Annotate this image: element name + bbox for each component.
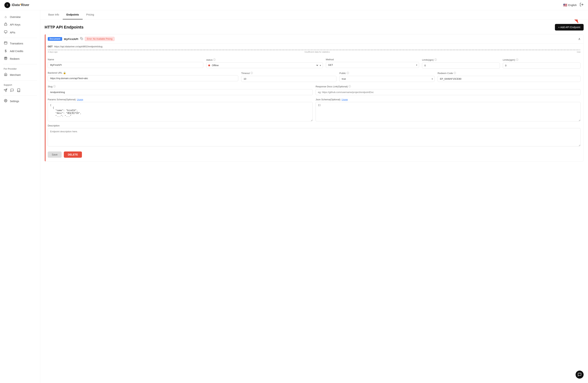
input-timeout[interactable] [241, 76, 336, 82]
field-params-schema: Params Schema(Optional) Usage [ { "name"… [48, 98, 313, 121]
public-info-icon: ⓘ [347, 71, 349, 75]
public-select[interactable]: true false [339, 76, 435, 82]
field-json-schema: Json Schema(Optional) Usage [] [315, 98, 581, 121]
chat-button[interactable] [576, 371, 584, 379]
form-row-3: Slug ⓘ Response Docs Link(Optional) ⓘ [48, 85, 581, 95]
endpoint-form: Name status ⓘ Offline [45, 55, 583, 161]
sidebar-item-apis[interactable]: APIs [0, 28, 40, 36]
support-docs-icon[interactable] [17, 88, 21, 93]
label-timeout: Timeout ⓘ [241, 71, 336, 75]
form-row-4: Params Schema(Optional) Usage [ { "name"… [48, 98, 581, 121]
sidebar-item-api-keys[interactable]: API Keys [0, 21, 40, 28]
field-status: status ⓘ Offline Online ▾ [206, 58, 323, 68]
status-select[interactable]: Offline Online [211, 64, 319, 67]
timeout-info-icon: ⓘ [251, 71, 253, 75]
input-response-docs[interactable] [315, 89, 581, 95]
input-backend-url[interactable] [48, 75, 238, 81]
timeline-row: 3 days ago Insufficient data for statist… [45, 49, 583, 55]
support-chat-icon[interactable] [10, 88, 14, 93]
form-actions: Save DELETE [48, 149, 581, 158]
sidebar-item-transactions-label: Transations [10, 42, 23, 45]
sidebar-item-add-credits-label: Add Credits [10, 50, 23, 53]
sidebar-item-overview[interactable]: ⌂ Overview [0, 13, 40, 21]
endpoint-name: MyFirstAPI [64, 38, 78, 40]
settings-icon [4, 99, 8, 103]
svg-point-12 [5, 100, 6, 101]
input-limits-qpm[interactable] [503, 62, 581, 68]
sidebar-item-overview-label: Overview [10, 16, 21, 19]
endpoint-url: https://api.idatariver.cn/api/d902/endpo… [54, 45, 103, 48]
field-name: Name [48, 58, 203, 68]
field-timeout: Timeout ⓘ [241, 71, 336, 82]
save-button[interactable]: Save [48, 151, 62, 158]
support-label: Support [0, 82, 40, 87]
label-redeem-code: Redeem Code ⓘ [438, 71, 581, 75]
content-header: HTTP API Endpoints [45, 24, 584, 31]
logout-button[interactable] [580, 2, 584, 7]
transactions-icon [4, 41, 8, 45]
collapse-button[interactable]: ∧ [578, 37, 581, 41]
status-dot [208, 64, 210, 66]
timeline-labels: 3 days ago Insufficient data for statist… [48, 51, 581, 53]
sidebar-divider-4 [3, 96, 37, 96]
field-limits-qps: Limits(qps) ⓘ [422, 58, 500, 68]
sidebar-item-settings[interactable]: Settings [0, 97, 40, 105]
sidebar-item-add-credits[interactable]: $ Add Credits [0, 47, 40, 55]
params-usage-link[interactable]: Usage [77, 98, 83, 101]
backend-url-lock-icon: 🔒 [63, 71, 66, 74]
sidebar-item-merchant[interactable]: Merchant [0, 71, 40, 79]
language-selector[interactable]: 🇺🇸 English [563, 3, 577, 7]
flag-icon: 🇺🇸 [563, 3, 567, 7]
copy-icon[interactable] [80, 37, 83, 41]
input-name[interactable] [48, 62, 203, 68]
textarea-json-schema[interactable]: [] [315, 102, 581, 121]
timeline-start: 3 days ago [48, 51, 58, 53]
label-method: Method [326, 58, 419, 61]
status-select-wrapper: Offline Online ▾ [206, 62, 323, 68]
tab-base-info[interactable]: Base Info [45, 10, 63, 19]
response-docs-info-icon: ⓘ [349, 85, 351, 88]
field-redeem-code: Redeem Code ⓘ [438, 71, 581, 82]
field-slug: Slug ⓘ [48, 85, 313, 95]
form-row-2: Backend URL 🔒 Timeout ⓘ [48, 71, 581, 82]
add-api-endpoint-button[interactable]: + Add API Endpoint [555, 24, 584, 31]
input-slug[interactable] [48, 89, 313, 95]
tabs-bar: Base Info Endpoints Pricing [40, 10, 588, 20]
slug-info-icon: ⓘ [53, 85, 56, 88]
support-telegram-icon[interactable] [4, 88, 7, 93]
tab-pricing[interactable]: Pricing [83, 10, 98, 19]
input-limits-qps[interactable] [422, 62, 500, 68]
sidebar-item-transactions[interactable]: Transations [0, 40, 40, 47]
lock-icon [4, 22, 8, 27]
textarea-params-schema[interactable]: [ { "name": "bindId", "desc": "绑定用户ID", … [48, 102, 313, 121]
sidebar-item-settings-label: Settings [10, 100, 19, 103]
field-limits-qpm: Limits(qpm) ⓘ [503, 58, 581, 68]
add-btn-container: + Add API Endpoint [555, 24, 584, 31]
field-response-docs: Response Docs Link(Optional) ⓘ [315, 85, 581, 95]
sidebar-item-redeem-label: Redeem [10, 57, 20, 60]
content-header-wrapper: HTTP API Endpoints [45, 24, 584, 31]
json-usage-link[interactable]: Usage [341, 98, 348, 101]
svg-rect-2 [4, 31, 7, 33]
tab-endpoints[interactable]: Endpoints [63, 10, 83, 19]
input-redeem-code[interactable] [438, 76, 581, 82]
url-method: GET [48, 45, 53, 48]
timeline-middle: Insufficient data for statistics [305, 51, 330, 53]
logo-text: iData*River [12, 3, 29, 7]
sidebar-divider-1 [3, 38, 37, 38]
endpoint-card: Document MyFirstAPI Error: No Available … [45, 34, 584, 161]
textarea-description[interactable] [48, 128, 581, 146]
field-public: Public ⓘ true false [339, 71, 435, 82]
page-title: HTTP API Endpoints [45, 25, 84, 30]
delete-button[interactable]: DELETE [64, 151, 82, 158]
method-select-wrapper: GET POST PUT DELETE PATCH [326, 62, 419, 68]
home-icon: ⌂ [4, 15, 8, 19]
endpoint-header: Document MyFirstAPI Error: No Available … [45, 34, 583, 44]
content-area: HTTP API Endpoints [40, 20, 588, 383]
endpoint-card-border [45, 34, 45, 161]
timeline-bar [48, 49, 581, 50]
sidebar: ⌂ Overview API Keys APIs Transations $ A… [0, 10, 40, 383]
method-select[interactable]: GET POST PUT DELETE PATCH [326, 62, 419, 68]
sidebar-item-redeem[interactable]: Redeem [0, 55, 40, 63]
header-right: 🇺🇸 English [563, 2, 584, 7]
